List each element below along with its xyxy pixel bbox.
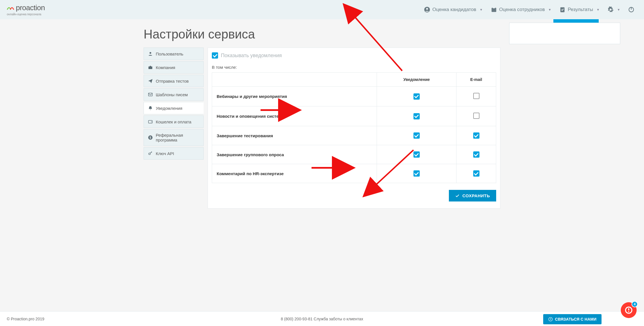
logo: proaction: [7, 3, 45, 12]
sidebar-tab-7[interactable]: Ключ API: [144, 147, 204, 160]
nav-results-label: Результаты: [568, 7, 593, 12]
show-notifications-label: Показывать уведомления: [221, 53, 282, 59]
col-email: E-mail: [457, 73, 496, 87]
notification-checkbox[interactable]: [413, 113, 420, 119]
sidebar-tab-2[interactable]: Отправка тестов: [144, 75, 204, 87]
sidebar-tab-6[interactable]: $Реферальная программа: [144, 129, 204, 146]
power-icon: [628, 7, 634, 13]
chevron-down-icon: ▼: [617, 8, 620, 11]
notification-checkbox[interactable]: [413, 151, 420, 158]
logo-block[interactable]: proaction онлайн-оценка персонала: [7, 3, 45, 16]
svg-text:$: $: [150, 136, 151, 139]
blue-accent-bar: [553, 19, 599, 23]
svg-rect-2: [491, 8, 496, 12]
nav-employees-label: Оценка сотрудников: [499, 7, 545, 12]
email-checkbox[interactable]: [473, 113, 479, 119]
table-row: Комментарий по HR-экспертизе: [212, 164, 496, 183]
sidebar-tab-label: Ключ API: [156, 151, 174, 156]
table-row: Вебинары и другие мероприятия: [212, 87, 496, 106]
row-label: Завершение тестирования: [217, 133, 273, 138]
nav-settings[interactable]: ▼: [605, 4, 623, 15]
save-button[interactable]: СОХРАНИТЬ: [449, 190, 496, 201]
notification-checkbox[interactable]: [413, 170, 420, 177]
show-notifications-checkbox[interactable]: [212, 52, 218, 59]
sidebar-tab-0[interactable]: Пользователь: [144, 48, 204, 60]
col-type: [212, 73, 377, 87]
settings-dropdown-panel[interactable]: [509, 23, 620, 44]
sidebar-tab-label: Отправка тестов: [156, 79, 189, 83]
save-button-label: СОХРАНИТЬ: [462, 193, 490, 198]
main-nav: Оценка кандидатов ▼ Оценка сотрудников ▼…: [421, 4, 637, 15]
sidebar-tab-label: Кошелек и оплата: [156, 119, 191, 124]
nav-logout[interactable]: [625, 4, 637, 15]
page-title: Настройки сервиса: [144, 27, 500, 41]
email-checkbox[interactable]: [473, 170, 479, 177]
notification-checkbox[interactable]: [413, 93, 420, 100]
email-checkbox[interactable]: [473, 132, 479, 139]
row-label: Новости и оповещения системы: [217, 114, 285, 119]
app-header: proaction онлайн-оценка персонала Оценка…: [0, 0, 644, 19]
notification-checkbox[interactable]: [413, 132, 420, 139]
notifications-panel: Показывать уведомления В том числе: Увед…: [208, 48, 500, 209]
nav-results[interactable]: Результаты ▼: [556, 4, 602, 15]
svg-rect-8: [148, 67, 152, 69]
check-icon: [455, 194, 460, 198]
sidebar-tab-label: Компания: [156, 65, 175, 70]
svg-point-11: [151, 121, 152, 122]
email-checkbox[interactable]: [473, 93, 479, 99]
settings-tabs: ПользовательКомпанияОтправка тестовШабло…: [144, 48, 204, 160]
svg-point-14: [149, 153, 150, 155]
table-row: Завершение тестирования: [212, 126, 496, 145]
sidebar-tab-4[interactable]: Уведомления: [144, 102, 204, 114]
gear-icon: [607, 7, 614, 13]
logo-icon: [7, 5, 14, 10]
svg-rect-3: [493, 7, 495, 8]
table-row: Новости и оповещения системы: [212, 106, 496, 126]
nav-candidates-label: Оценка кандидатов: [432, 7, 476, 12]
nav-candidates[interactable]: Оценка кандидатов ▼: [421, 4, 486, 15]
logo-tagline: онлайн-оценка персонала: [7, 13, 45, 16]
notifications-table: Уведомление E-mail Вебинары и другие мер…: [212, 72, 496, 183]
clipboard-check-icon: [559, 7, 566, 13]
including-label: В том числе:: [212, 65, 496, 70]
sidebar-tab-label: Пользователь: [156, 52, 183, 56]
badge-icon: [491, 7, 497, 13]
row-label: Комментарий по HR-экспертизе: [217, 171, 284, 176]
sidebar-tab-label: Уведомления: [156, 106, 182, 111]
svg-point-1: [426, 8, 428, 10]
svg-point-7: [150, 52, 151, 54]
table-row: Завершение группового опроса: [212, 145, 496, 164]
logo-text: proaction: [16, 3, 45, 12]
row-label: Завершение группового опроса: [217, 152, 284, 157]
sidebar-tab-label: Реферальная программа: [156, 133, 199, 142]
sidebar-tab-5[interactable]: Кошелек и оплата: [144, 115, 204, 128]
nav-employees[interactable]: Оценка сотрудников ▼: [488, 4, 554, 15]
chevron-down-icon: ▼: [548, 8, 551, 11]
svg-rect-9: [148, 93, 152, 96]
sidebar-tab-3[interactable]: Шаблоны писем: [144, 88, 204, 101]
chevron-down-icon: ▼: [480, 8, 483, 11]
sidebar-tab-label: Шаблоны писем: [156, 92, 188, 97]
col-notification: Уведомление: [377, 73, 456, 87]
row-label: Вебинары и другие мероприятия: [217, 94, 287, 99]
sidebar-tab-1[interactable]: Компания: [144, 61, 204, 74]
chevron-down-icon: ▼: [596, 8, 600, 11]
email-checkbox[interactable]: [473, 151, 479, 158]
show-notifications-row: Показывать уведомления: [212, 52, 496, 59]
person-circle-icon: [424, 7, 430, 13]
